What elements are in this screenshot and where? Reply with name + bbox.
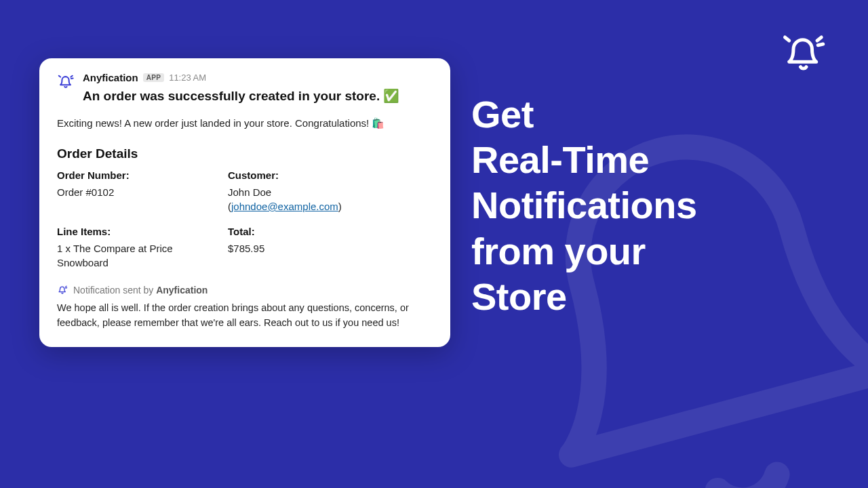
order-details-heading: Order Details xyxy=(57,146,433,161)
app-bell-icon xyxy=(57,73,75,91)
message-intro: Exciting news! A new order just landed i… xyxy=(57,116,433,130)
svg-line-0 xyxy=(785,37,789,41)
customer-label: Customer: xyxy=(228,169,433,181)
order-number-label: Order Number: xyxy=(57,169,228,181)
line-items-label: Line Items: xyxy=(57,226,228,237)
total-label: Total: xyxy=(228,226,433,237)
customer-value: John Doe (johndoe@example.com) xyxy=(228,185,433,214)
app-badge: APP xyxy=(143,73,164,82)
customer-email-link[interactable]: johndoe@example.com xyxy=(231,201,338,212)
svg-line-6 xyxy=(66,286,66,287)
message-title: An order was successfully created in you… xyxy=(83,88,433,104)
footer-text: We hope all is well. If the order creati… xyxy=(57,301,433,331)
svg-line-3 xyxy=(59,76,60,77)
order-number-value: Order #0102 xyxy=(57,185,228,199)
svg-line-2 xyxy=(818,44,823,45)
app-name: Anyfication xyxy=(83,72,138,83)
footer-attribution: Notification sent by Anyfication xyxy=(57,285,433,296)
page-headline: Get Real-Time Notifications from your St… xyxy=(471,92,697,319)
svg-line-4 xyxy=(71,76,72,77)
svg-line-5 xyxy=(71,78,73,79)
svg-line-1 xyxy=(817,37,821,41)
total-value: $785.95 xyxy=(228,241,433,256)
bell-icon xyxy=(780,30,827,78)
message-timestamp: 11:23 AM xyxy=(169,73,206,83)
line-items-value: 1 x The Compare at Price Snowboard xyxy=(57,241,206,270)
small-bell-icon xyxy=(57,285,68,296)
notification-card: Anyfication APP 11:23 AM An order was su… xyxy=(39,58,450,347)
